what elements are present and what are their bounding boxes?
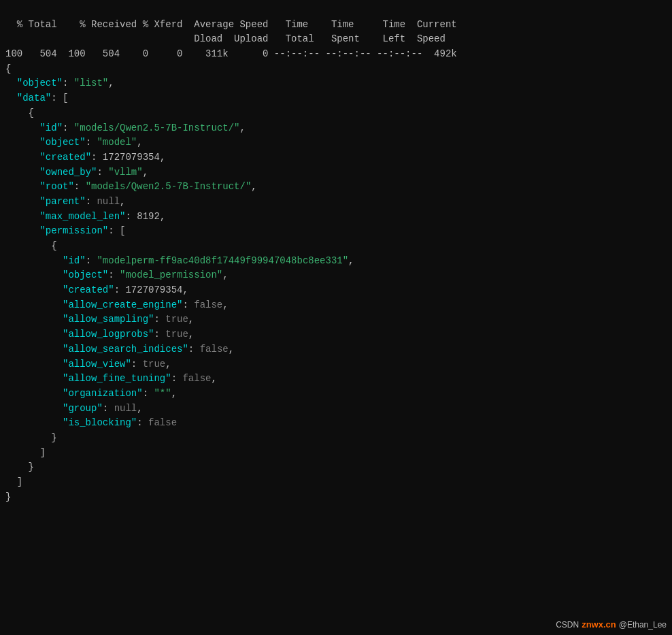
- key-object2: "object": [39, 137, 85, 148]
- key-is-blocking: "is_blocking": [63, 417, 137, 428]
- val-allow-logprobs: true: [165, 329, 188, 340]
- key-allow-fine-tuning: "allow_fine_tuning": [63, 373, 171, 384]
- val-allow-search-indices: false: [200, 344, 229, 355]
- val-allow-view: true: [143, 359, 166, 370]
- key-owned-by: "owned_by": [39, 167, 97, 178]
- val-object2: "model": [97, 137, 137, 148]
- watermark: CSDN znwx.cn @Ethan_Lee: [556, 619, 667, 630]
- val-perm-id: "modelperm-ff9ac40d8f17449f99947048bc8ee…: [97, 255, 348, 266]
- header-line1: % Total % Received % Xferd Average Speed…: [5, 19, 457, 45]
- val-allow-fine-tuning: false: [182, 373, 211, 384]
- key-permission: "permission": [39, 225, 108, 236]
- key-allow-view: "allow_view": [63, 359, 131, 370]
- val-allow-sampling: true: [165, 314, 188, 325]
- key-root: "root": [39, 181, 73, 192]
- val-id: "models/Qwen2.5-7B-Instruct/": [74, 123, 240, 133]
- val-allow-create-engine: false: [194, 299, 222, 310]
- val-root: "models/Qwen2.5-7B-Instruct/": [86, 181, 252, 192]
- key-perm-object: "object": [63, 270, 108, 280]
- key-id: "id": [39, 123, 63, 133]
- val-max-model-len: 8192: [137, 211, 160, 222]
- val-perm-created: 1727079354: [125, 284, 182, 295]
- curl-header: % Total % Received % Xferd Average Speed…: [5, 18, 667, 505]
- watermark-site: znwx.cn: [582, 619, 616, 630]
- key-allow-sampling: "allow_sampling": [63, 314, 154, 325]
- curl-stats: 100 504 100 504 0 0 311k 0 --:--:-- --:-…: [5, 48, 457, 59]
- val-owned-by: "vllm": [108, 167, 142, 178]
- val-perm-object: "model_permission": [120, 270, 222, 280]
- key-organization: "organization": [63, 388, 143, 399]
- key-group: "group": [63, 403, 103, 414]
- val-object: "list": [74, 78, 108, 88]
- val-is-blocking: false: [148, 417, 177, 428]
- key-allow-logprobs: "allow_logprobs": [63, 329, 154, 340]
- key-object: "object": [17, 78, 63, 88]
- watermark-user: @Ethan_Lee: [619, 620, 667, 630]
- key-allow-create-engine: "allow_create_engine": [63, 299, 182, 310]
- terminal-window: % Total % Received % Xferd Average Speed…: [0, 0, 672, 522]
- key-created: "created": [39, 152, 91, 163]
- val-organization: "*": [154, 388, 171, 399]
- key-allow-search-indices: "allow_search_indices": [63, 344, 188, 355]
- val-parent: null: [97, 196, 120, 207]
- val-created: 1727079354: [103, 152, 160, 163]
- watermark-csdn-label: CSDN: [556, 620, 579, 630]
- key-max-model-len: "max_model_len": [39, 211, 125, 222]
- key-perm-created: "created": [63, 284, 114, 295]
- key-perm-id: "id": [63, 255, 86, 266]
- json-brace-open: {: [5, 63, 11, 74]
- val-group: null: [114, 403, 137, 414]
- key-parent: "parent": [39, 196, 85, 207]
- key-data: "data": [17, 93, 51, 103]
